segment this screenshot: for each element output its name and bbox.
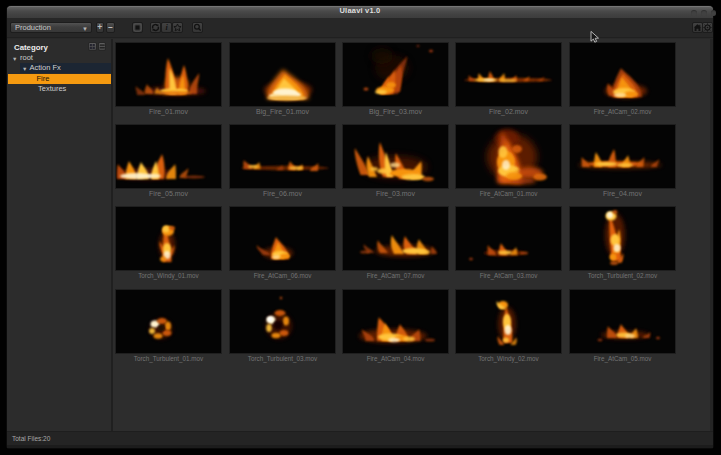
svg-text:i: i xyxy=(165,23,168,32)
